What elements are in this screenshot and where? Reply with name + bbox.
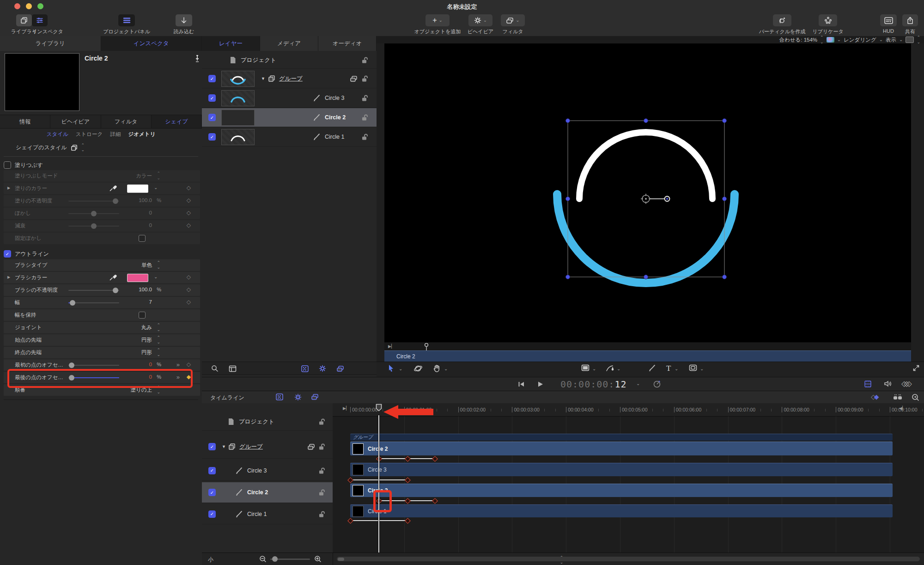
keyframe-diamond[interactable] — [405, 498, 411, 504]
lock-icon[interactable] — [361, 56, 368, 64]
select-tool-chevron-icon[interactable]: ⌄ — [399, 367, 402, 371]
keyframe-diamond[interactable] — [432, 456, 438, 462]
layer-name[interactable]: Circle 3 — [247, 467, 267, 474]
layer-thumbnail[interactable] — [221, 71, 255, 87]
slider-thumb[interactable] — [91, 223, 97, 229]
color-swatch[interactable] — [127, 274, 148, 282]
layer-checkbox[interactable]: ✓ — [208, 133, 216, 141]
chevron-down-icon[interactable]: ⌄ — [899, 37, 903, 42]
slider-track[interactable] — [68, 302, 119, 304]
lock-icon[interactable] — [361, 114, 368, 121]
sub-tab-2[interactable]: 詳細 — [110, 131, 121, 138]
timeline-layer-row[interactable]: ✓Circle 1 — [202, 504, 333, 524]
timecode-display[interactable]: 00:00:00:12 — [560, 379, 626, 390]
parameter-arrow-icon[interactable]: » — [176, 374, 179, 381]
disclosure-triangle-icon[interactable]: ▼ — [222, 444, 226, 449]
layer-name[interactable]: Circle 1 — [325, 134, 344, 140]
value-field[interactable]: 0 — [149, 362, 152, 367]
timeline-filters-icon[interactable] — [311, 393, 319, 400]
timeline-zoom-slider-thumb[interactable] — [272, 556, 278, 562]
popup-stepper-icon[interactable]: ⌃⌄ — [157, 385, 160, 394]
layer-name[interactable]: Circle 2 — [247, 489, 268, 496]
lock-icon[interactable] — [318, 443, 325, 450]
category-tab-3[interactable]: シェイプ — [152, 115, 202, 129]
mini-playhead-pin[interactable] — [424, 343, 429, 350]
layout-icon[interactable] — [229, 365, 237, 372]
value-field[interactable]: 0 — [149, 374, 152, 380]
window-layout-icon[interactable] — [906, 37, 914, 43]
outline-checkbox[interactable]: ✓ — [4, 250, 11, 258]
keyframe-icon[interactable]: ◇ — [187, 209, 191, 216]
lock-icon[interactable] — [318, 510, 325, 518]
layer-name[interactable]: Circle 3 — [325, 95, 344, 101]
category-tab-1[interactable]: ビヘイビア — [50, 115, 101, 129]
lock-icon[interactable] — [361, 75, 368, 82]
show-behaviors-icon[interactable] — [319, 365, 326, 372]
play-icon[interactable] — [537, 381, 543, 387]
text-tool-icon[interactable]: T — [666, 364, 671, 373]
popup-stepper-icon[interactable]: ⌃⌄ — [157, 348, 160, 357]
slider-thumb[interactable] — [69, 375, 74, 381]
slider-thumb[interactable] — [70, 300, 75, 306]
search-icon[interactable] — [211, 365, 219, 372]
layer-checkbox[interactable]: ✓ — [208, 467, 216, 474]
shape-style-preset-icon[interactable] — [71, 144, 78, 151]
track-bar[interactable]: Circle 2 — [350, 442, 893, 455]
timeline-layer-row[interactable]: ✓Circle 2 — [202, 482, 333, 503]
rectangle-tool-icon[interactable] — [581, 364, 590, 371]
slider-thumb[interactable] — [91, 211, 97, 216]
chevron-down-icon[interactable]: ⌄ — [879, 37, 883, 42]
select-tool-icon[interactable] — [388, 364, 395, 372]
popup-value[interactable]: 円形 — [141, 349, 152, 356]
slider-thumb[interactable] — [113, 198, 118, 204]
track-bar[interactable]: グループ — [350, 434, 893, 441]
keyframe-icon[interactable]: ◇ — [187, 184, 191, 191]
track-size-icon[interactable] — [893, 394, 902, 400]
canvas-mini-timeline[interactable]: ▶▏ — [384, 342, 911, 351]
timeline-behaviors-icon[interactable] — [294, 393, 302, 401]
lock-icon[interactable] — [318, 418, 325, 425]
timeline-layer-row[interactable]: ✓▼グループ — [202, 435, 333, 459]
behaviors-button[interactable]: ⌄ — [468, 14, 492, 26]
layer-row[interactable]: ✓Circle 3 — [202, 89, 377, 108]
render-menu[interactable]: レンダリング — [844, 37, 876, 43]
bezier-tool-icon[interactable] — [606, 364, 614, 372]
go-to-start-icon[interactable] — [518, 381, 525, 387]
keyframe-diamond[interactable] — [432, 498, 438, 504]
timer-icon[interactable] — [653, 380, 661, 388]
isolate-icon[interactable] — [307, 443, 315, 450]
popup-value[interactable]: 丸み — [141, 324, 152, 331]
mask-tool-chevron-icon[interactable]: ⌄ — [700, 367, 704, 371]
add-object-button[interactable]: +⌄ — [426, 14, 450, 26]
keyframe-icon[interactable]: ◆ — [187, 374, 191, 380]
play-range-start-marker[interactable]: ▶▏ — [388, 344, 395, 349]
layer-thumbnail[interactable] — [221, 129, 255, 145]
isolate-icon[interactable] — [350, 75, 358, 82]
track-bar[interactable]: Circle 2 — [350, 484, 893, 497]
layer-name[interactable]: Circle 2 — [325, 114, 346, 121]
layer-thumbnail[interactable] — [221, 110, 255, 126]
rectangle-tool-chevron-icon[interactable]: ⌄ — [592, 367, 596, 371]
popup-stepper-icon[interactable]: ⌃⌄ — [157, 171, 160, 180]
popup-value[interactable]: 単色 — [141, 262, 152, 269]
popup-value[interactable]: 円形 — [141, 337, 152, 344]
disclosure-icon[interactable]: ▶ — [7, 275, 10, 279]
canvas-selection-bar[interactable]: Circle 2 — [384, 350, 911, 362]
value-checkbox[interactable] — [139, 312, 146, 319]
popup-value[interactable]: 塗りの上 — [130, 387, 152, 393]
lock-icon[interactable] — [318, 467, 325, 474]
lock-icon[interactable] — [318, 489, 325, 496]
keyframe-diamond[interactable] — [347, 477, 353, 483]
layer-checkbox[interactable]: ✓ — [208, 443, 216, 450]
zoom-stepper[interactable]: ⌃⌄ — [820, 35, 824, 44]
fill-checkbox[interactable] — [4, 161, 11, 169]
inspector-button[interactable] — [32, 14, 48, 26]
layer-thumbnail[interactable] — [221, 90, 255, 106]
slider-track[interactable] — [68, 290, 119, 291]
view-menu[interactable]: 表示 — [886, 37, 896, 43]
sub-tab-1[interactable]: ストローク — [76, 131, 103, 138]
zoom-level[interactable]: 合わせる: 154% — [779, 37, 817, 43]
sub-tab-0[interactable]: スタイル — [47, 131, 68, 138]
disclosure-icon[interactable]: ▶ — [7, 186, 10, 190]
keyframe-icon[interactable]: ◇ — [187, 361, 191, 368]
